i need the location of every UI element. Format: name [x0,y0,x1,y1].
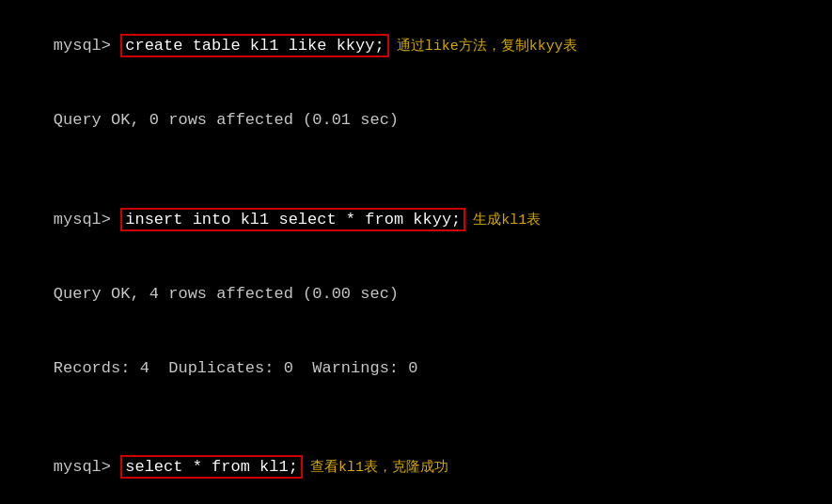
blank-line-2 [15,406,817,431]
sql-box-3: select * from kl1; [120,455,303,479]
comment-3: 查看kl1表，克隆成功 [310,460,448,476]
comment-1: 通过like方法，复制kkyy表 [397,39,577,55]
command-line-1: mysql> create table kl1 like kkyy;通过like… [15,9,817,84]
blank-line-1 [15,158,817,182]
command-line-3: mysql> select * from kl1;查看kl1表，克隆成功 [15,431,817,504]
command-line-2: mysql> insert into kl1 select * from kky… [15,182,817,257]
comment-2: 生成kl1表 [473,213,541,228]
output-line-1: Query OK, 0 rows affected (0.01 sec) [15,84,817,158]
prompt-2: mysql> [54,211,120,228]
output-line-2a: Query OK, 4 rows affected (0.00 sec) [15,257,817,331]
sql-box-2: insert into kl1 select * from kkyy; [120,208,465,231]
prompt-1: mysql> [54,37,120,55]
sql-box-1: create table kl1 like kkyy; [120,34,388,57]
prompt-3: mysql> [54,458,120,476]
terminal: mysql> create table kl1 like kkyy;通过like… [15,9,817,504]
output-line-2b: Records: 4 Duplicates: 0 Warnings: 0 [15,331,817,405]
